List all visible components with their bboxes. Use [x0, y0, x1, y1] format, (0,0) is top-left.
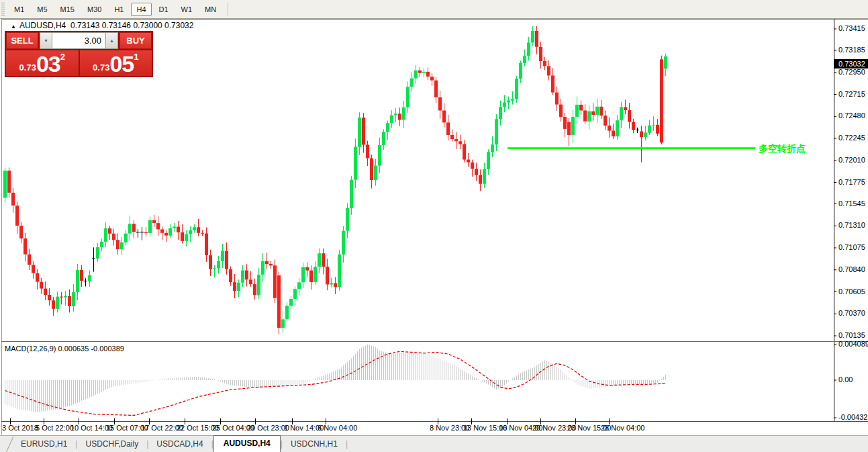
ohlc-values: 0.73143 0.73146 0.73000 0.73032 — [70, 21, 194, 30]
sell-button[interactable]: SELL — [6, 32, 38, 49]
tab-usdchf-daily[interactable]: USDCHF,Daily — [77, 437, 146, 452]
one-click-trading-panel: SELL ▼ 3.00 ▲ BUY 0.73032 0.73051 — [5, 31, 153, 77]
timeframe-button-mn[interactable]: MN — [199, 3, 222, 16]
toolbar-separator — [228, 3, 228, 16]
sell-price-pips: 03 — [36, 52, 60, 75]
timeframe-button-m1[interactable]: M1 — [9, 3, 30, 16]
mt4-chart-window: 多空转折点 M1M5M15M30H1H4D1W1MN ▲AUDUSD,H4 0.… — [0, 0, 868, 452]
timeframe-button-w1[interactable]: W1 — [176, 3, 198, 16]
window-marker-icon: ▲ — [11, 24, 16, 30]
date-axis-label: 3 Oct 2018 — [2, 424, 38, 432]
date-axis-label: 6 Nov 04:00 — [318, 424, 357, 432]
sell-price-prefix: 0.73 — [19, 62, 36, 73]
macd-histogram — [5, 345, 666, 412]
caret-down-icon: ▼ — [44, 38, 48, 43]
tab-separator: | — [346, 437, 348, 452]
macd-indicator-label: MACD(12,26,9) 0.000635 -0.000389 — [5, 345, 124, 353]
macd-axis-label: -0.004322 — [838, 413, 868, 421]
timeframe-button-h1[interactable]: H1 — [109, 3, 129, 16]
tabs-edge-decoration — [0, 437, 13, 452]
price-axis-label: 0.72010 — [838, 156, 865, 164]
date-axis-label: 28 Nov 04:00 — [601, 424, 644, 432]
timeframe-button-m5[interactable]: M5 — [32, 3, 52, 16]
timeframe-button-m15[interactable]: M15 — [55, 3, 80, 16]
timeframe-button-h4[interactable]: H4 — [131, 3, 151, 16]
macd-axis-label: 0.004089 — [838, 340, 868, 348]
price-axis-label: 0.73415 — [838, 24, 865, 32]
buy-button[interactable]: BUY — [119, 32, 152, 49]
price-axis-label: 0.72715 — [838, 90, 865, 98]
sell-price-display[interactable]: 0.73032 — [6, 50, 79, 76]
price-axis-label: 0.71775 — [838, 178, 865, 186]
price-axis-label: 0.71310 — [838, 221, 865, 229]
price-axis-label: 0.72245 — [838, 134, 865, 142]
sell-price-point: 2 — [60, 52, 65, 62]
chart-tabs-bar: EURUSD,H1|USDCHF,Daily|USDCAD,H4|AUDUSD,… — [0, 435, 868, 452]
macd-axis-label: 0.00 — [838, 375, 853, 383]
buy-price-pips: 05 — [109, 52, 134, 75]
tab-usdcad-h4[interactable]: USDCAD,H4 — [148, 437, 211, 452]
chart-title: ▲AUDUSD,H4 0.73143 0.73146 0.73000 0.730… — [11, 21, 193, 30]
price-axis-label: 0.70135 — [838, 331, 865, 339]
tab-eurusd-h1[interactable]: EURUSD,H1 — [13, 437, 75, 452]
volume-input[interactable]: 3.00 — [52, 32, 105, 49]
price-axis-label: 0.70370 — [838, 309, 865, 317]
price-axis-label: 0.73185 — [838, 46, 865, 54]
date-axis-label: 5 Oct 22:00 — [36, 424, 74, 432]
volume-spinner: ▼ 3.00 ▲ — [40, 32, 118, 49]
timeframe-button-d1[interactable]: D1 — [154, 3, 174, 16]
price-axis-label: 0.70840 — [838, 265, 865, 273]
macd-signal-line — [5, 351, 666, 415]
volume-decrease-button[interactable]: ▼ — [40, 32, 52, 49]
buy-price-prefix: 0.73 — [93, 62, 109, 73]
timeframe-button-m30[interactable]: M30 — [82, 3, 107, 16]
timeframes-toolbar: M1M5M15M30H1H4D1W1MN — [0, 0, 868, 19]
buy-price-display[interactable]: 0.73051 — [80, 50, 152, 76]
support-line-label: 多空转折点 — [759, 143, 806, 154]
volume-increase-button[interactable]: ▲ — [105, 32, 118, 49]
buy-price-point: 1 — [134, 52, 138, 62]
price-axis-label: 0.71075 — [838, 243, 865, 251]
price-axis-label: 0.72950 — [838, 68, 865, 76]
tab-audusd-h4[interactable]: AUDUSD,H4 — [213, 435, 281, 452]
caret-up-icon: ▲ — [109, 38, 114, 43]
symbol-period-label: AUDUSD,H4 — [19, 21, 66, 30]
date-axis-label: 29 Oct 23:00 — [247, 424, 289, 432]
price-axis-label: 0.70605 — [838, 287, 865, 296]
price-axis-label: 0.72480 — [838, 111, 865, 120]
toolbar-drag-handle[interactable] — [1, 3, 5, 16]
price-axis-label: 0.71545 — [838, 199, 865, 208]
current-price-tag: 0.73032 — [834, 59, 868, 69]
tab-usdcnh-h1[interactable]: USDCNH,H1 — [283, 437, 346, 452]
